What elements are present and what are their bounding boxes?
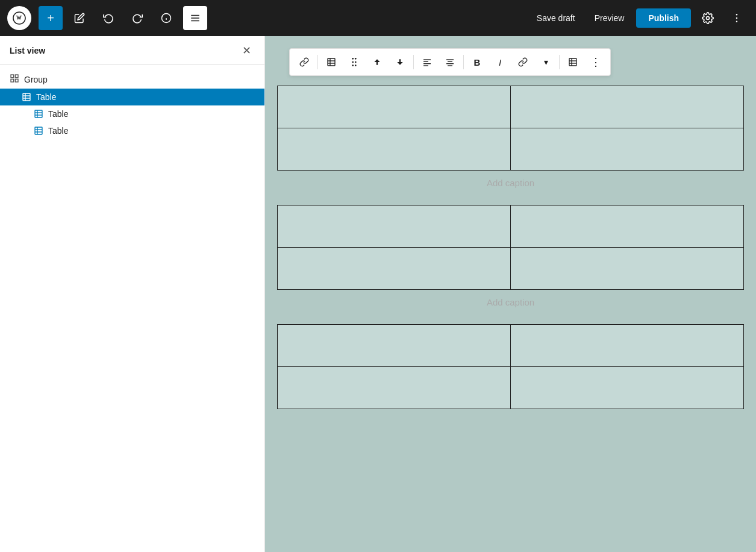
- svg-point-6: [707, 17, 710, 20]
- svg-rect-43: [448, 65, 452, 66]
- block-toolbar: B I ▾ ⋮: [289, 48, 611, 76]
- svg-rect-38: [423, 63, 431, 64]
- toolbar-divider-3: [463, 55, 464, 69]
- toolbar-align-center-button[interactable]: [439, 51, 461, 73]
- sidebar-item-table-2[interactable]: Table: [0, 105, 264, 122]
- sidebar-item-table-1[interactable]: Table: [0, 89, 264, 105]
- table-cell[interactable]: [511, 128, 744, 171]
- table-row: [278, 367, 744, 409]
- svg-rect-12: [11, 79, 14, 82]
- table-cell[interactable]: [278, 205, 511, 248]
- table-3[interactable]: [277, 324, 744, 409]
- svg-point-33: [355, 61, 357, 63]
- table-cell[interactable]: [511, 367, 744, 409]
- svg-rect-14: [23, 93, 30, 101]
- table-icon-3: [34, 126, 43, 136]
- table-cell[interactable]: [511, 205, 744, 248]
- redo-button[interactable]: [125, 6, 149, 30]
- toolbar-divider-4: [559, 55, 560, 69]
- toolbar-link-button[interactable]: [293, 51, 315, 73]
- svg-point-8: [736, 17, 738, 19]
- svg-point-9: [736, 21, 738, 23]
- table-block-1: Add caption: [277, 86, 744, 200]
- top-bar-right: Save draft Preview Publish: [530, 6, 749, 30]
- svg-rect-39: [423, 65, 428, 66]
- table-icon-1: [22, 92, 31, 102]
- toolbar-italic-button[interactable]: I: [489, 51, 511, 73]
- svg-rect-18: [35, 110, 42, 118]
- toolbar-more-rich-button[interactable]: ▾: [535, 51, 557, 73]
- toolbar-divider-2: [413, 55, 414, 69]
- close-sidebar-button[interactable]: ✕: [238, 42, 255, 59]
- svg-rect-11: [15, 75, 18, 78]
- table-block-2: Add caption: [277, 205, 744, 319]
- table-2[interactable]: [277, 205, 744, 290]
- table-cell[interactable]: [511, 325, 744, 367]
- save-draft-button[interactable]: Save draft: [530, 10, 583, 27]
- svg-point-32: [352, 61, 354, 63]
- table-cell[interactable]: [278, 248, 511, 290]
- info-button[interactable]: [154, 6, 178, 30]
- toolbar-hyperlink-button[interactable]: [512, 51, 534, 73]
- svg-rect-10: [11, 75, 14, 78]
- table-row: [278, 248, 744, 290]
- table-block-3: [277, 324, 744, 409]
- table-2-caption[interactable]: Add caption: [277, 290, 744, 319]
- svg-point-7: [736, 14, 738, 16]
- top-bar: + Save draft Preview Publish: [0, 0, 756, 36]
- settings-button[interactable]: [696, 6, 720, 30]
- publish-button[interactable]: Publish: [636, 8, 691, 28]
- toolbar-align-left-button[interactable]: [416, 51, 438, 73]
- sidebar: List view ✕ Group Table: [0, 36, 265, 552]
- sidebar-item-table-3-label: Table: [48, 126, 68, 136]
- wp-logo: [7, 6, 31, 30]
- sidebar-item-table-3[interactable]: Table: [0, 122, 264, 139]
- table-row: [278, 205, 744, 248]
- toolbar-bold-button[interactable]: B: [466, 51, 488, 73]
- table-cell[interactable]: [278, 325, 511, 367]
- table-cell[interactable]: [278, 128, 511, 171]
- table-icon-2: [34, 109, 43, 119]
- table-cell[interactable]: [278, 86, 511, 128]
- svg-rect-22: [35, 127, 42, 134]
- table-row: [278, 128, 744, 171]
- svg-point-35: [355, 64, 357, 66]
- undo-button[interactable]: [96, 6, 120, 30]
- edit-button[interactable]: [67, 6, 92, 30]
- toolbar-table-settings-button[interactable]: [562, 51, 584, 73]
- table-cell[interactable]: [511, 86, 744, 128]
- toolbar-divider-1: [317, 55, 318, 69]
- svg-point-34: [352, 64, 354, 66]
- svg-rect-44: [569, 58, 576, 66]
- table-1[interactable]: [277, 86, 744, 171]
- list-items: Group Table Table Table: [0, 65, 264, 144]
- toolbar-move-up-button[interactable]: [366, 51, 388, 73]
- main-area: List view ✕ Group Table: [0, 36, 756, 552]
- svg-rect-13: [15, 79, 18, 82]
- group-icon: [10, 74, 19, 85]
- toolbar-move-down-button[interactable]: [389, 51, 411, 73]
- toolbar-more-options-button[interactable]: ⋮: [585, 51, 607, 73]
- svg-rect-41: [448, 61, 452, 62]
- table-cell[interactable]: [511, 248, 744, 290]
- more-options-button[interactable]: [725, 6, 749, 30]
- editor-area: B I ▾ ⋮: [265, 36, 756, 552]
- svg-rect-42: [446, 63, 454, 64]
- sidebar-header: List view ✕: [0, 36, 264, 65]
- add-button[interactable]: +: [39, 6, 63, 30]
- sidebar-title: List view: [10, 46, 45, 55]
- sidebar-item-table-2-label: Table: [48, 109, 68, 119]
- table-1-caption[interactable]: Add caption: [277, 171, 744, 200]
- toolbar-table-button[interactable]: [320, 51, 342, 73]
- toolbar-drag-button[interactable]: [343, 51, 365, 73]
- svg-point-31: [355, 58, 357, 60]
- svg-rect-36: [423, 59, 431, 60]
- svg-rect-26: [328, 58, 335, 66]
- table-cell[interactable]: [278, 367, 511, 409]
- svg-rect-37: [423, 61, 428, 62]
- preview-button[interactable]: Preview: [587, 10, 632, 27]
- svg-point-30: [352, 58, 354, 60]
- table-row: [278, 86, 744, 128]
- sidebar-item-group[interactable]: Group: [0, 70, 264, 89]
- list-view-button[interactable]: [183, 6, 207, 30]
